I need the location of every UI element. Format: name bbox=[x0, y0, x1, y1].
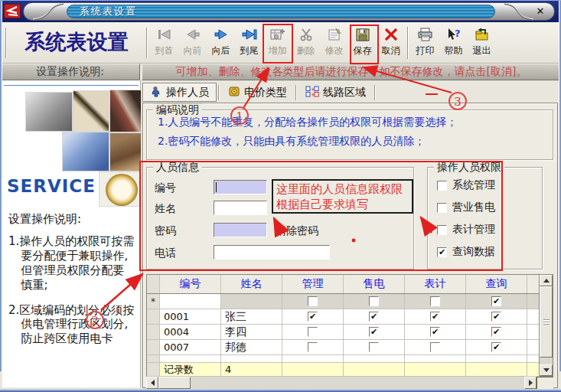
title-pill: 系统表设置 bbox=[67, 5, 495, 18]
tab-price-types[interactable]: 电价类型 bbox=[221, 83, 294, 102]
vertical-scrollbar[interactable] bbox=[539, 275, 553, 376]
window-border-left bbox=[0, 1, 2, 371]
horizontal-scroll-track[interactable] bbox=[158, 377, 524, 389]
person-info-groupbox: 人员信息 编号 姓名 密码 清除密码 电话 bbox=[146, 167, 414, 270]
operator-person-icon bbox=[150, 86, 162, 100]
column-header-id[interactable]: 编号 bbox=[160, 275, 221, 293]
scroll-up-icon bbox=[543, 279, 550, 283]
window-title: 系统表设置 bbox=[67, 5, 137, 18]
checkbox[interactable] bbox=[437, 225, 447, 235]
groupbox-title: 编码说明 bbox=[153, 103, 202, 117]
clear-password-label: 清除密码 bbox=[276, 224, 318, 238]
checkbox[interactable] bbox=[437, 181, 447, 191]
column-header-sales[interactable]: 售电 bbox=[344, 275, 405, 293]
scroll-up-button[interactable] bbox=[540, 275, 553, 286]
toolbar-button-save[interactable]: 保存 bbox=[348, 24, 377, 61]
close-button[interactable]: ✕ bbox=[534, 5, 546, 18]
column-header-name[interactable]: 姓名 bbox=[221, 275, 282, 293]
checkbox[interactable] bbox=[437, 203, 447, 213]
help-cursor-icon: ? bbox=[445, 24, 463, 44]
checkbox[interactable]: ✔ bbox=[491, 296, 501, 306]
collage-photo-pens bbox=[109, 90, 142, 132]
checkbox[interactable]: ✔ bbox=[430, 312, 440, 322]
scroll-down-button[interactable] bbox=[540, 364, 553, 376]
checkbox[interactable] bbox=[369, 296, 379, 306]
toolbar-button-print[interactable]: 打印 bbox=[411, 24, 439, 61]
checkbox[interactable]: ✔ bbox=[491, 312, 501, 322]
toolbar-button-delete[interactable]: 删除 bbox=[292, 24, 320, 61]
page-title: 系统表设置 bbox=[9, 28, 144, 56]
toolbar-button-modify[interactable]: 修改 bbox=[320, 24, 348, 61]
phone-field[interactable] bbox=[214, 245, 330, 260]
toolbar-button-cancel[interactable]: 取消 bbox=[377, 24, 405, 61]
vertical-scroll-track[interactable] bbox=[540, 286, 553, 364]
price-type-icon bbox=[228, 86, 240, 100]
titlebar-swoosh-left bbox=[30, 3, 67, 21]
horizontal-scrollbar[interactable] bbox=[146, 377, 553, 389]
permission-query[interactable]: ✔ 查询数据 bbox=[437, 245, 495, 259]
sidebar-note-1: 1.操作人员的权限可按需要分配便于兼职操作,但管理员权限分配要慎重; bbox=[8, 234, 135, 292]
password-field[interactable] bbox=[214, 223, 267, 237]
toolbar-groove bbox=[146, 28, 148, 58]
column-header-meter[interactable]: 表计 bbox=[405, 275, 466, 293]
checkbox[interactable] bbox=[308, 342, 318, 352]
record-count-label: 记录数 bbox=[160, 363, 221, 376]
table-row[interactable]: 0004 李四 ✔ ✔ ✔ bbox=[147, 325, 540, 340]
checkbox[interactable] bbox=[308, 296, 318, 306]
sidebar-note-2: 2.区域编码的划分必须按供电管理行政区划分,防止跨区使用电卡 bbox=[8, 303, 135, 347]
table-row[interactable]: 0007 邦德 ✔ bbox=[147, 340, 540, 355]
toolbar: 系统表设置 到首 向前 向后 到尾 增加 bbox=[0, 22, 561, 64]
column-header-admin[interactable]: 管理 bbox=[282, 275, 344, 293]
goto-first-icon bbox=[156, 24, 173, 44]
sidebar: SERVICE 设置操作说明: 1.操作人员的权限可按需要分配便于兼职操作,但管… bbox=[2, 80, 141, 387]
collage-photo-fabric bbox=[109, 132, 142, 172]
checkbox[interactable]: ✔ bbox=[369, 312, 379, 322]
permission-system-admin[interactable]: 系统管理 bbox=[437, 178, 495, 192]
tab-line-regions[interactable]: ++ 线路区域 bbox=[298, 83, 373, 102]
record-count-value: 4 bbox=[221, 363, 282, 376]
name-field[interactable] bbox=[214, 201, 267, 215]
toolbar-button-last[interactable]: 到尾 bbox=[235, 24, 263, 61]
sidebar-note-title: 设置操作说明: bbox=[8, 212, 135, 227]
checkbox[interactable]: ✔ bbox=[430, 327, 440, 337]
toolbar-button-exit[interactable]: 退出 bbox=[468, 24, 496, 61]
toolbar-button-add[interactable]: 增加 bbox=[263, 24, 292, 61]
scroll-right-button[interactable] bbox=[524, 377, 537, 389]
table-empty-row[interactable] bbox=[147, 355, 540, 363]
column-header-query[interactable]: 查询 bbox=[466, 275, 527, 293]
coding-note-2: 2.密码不能修改，只能由具有系统管理权限的人员清除； bbox=[147, 129, 553, 149]
grid-size-box bbox=[537, 377, 553, 389]
permission-meter[interactable]: 表计管理 bbox=[437, 223, 495, 237]
coding-notes-groupbox: 编码说明 1.人员编号不能重复，分配给各操作员的权限可根据需要选择； 2.密码不… bbox=[146, 109, 553, 160]
checkbox[interactable] bbox=[430, 342, 440, 352]
collage-photo-tools bbox=[25, 92, 73, 132]
checkbox[interactable]: ✔ bbox=[491, 342, 501, 352]
horizontal-scroll-thumb[interactable] bbox=[158, 377, 191, 389]
checkbox[interactable]: ✔ bbox=[369, 327, 379, 337]
id-field[interactable] bbox=[214, 180, 267, 194]
vertical-scroll-thumb[interactable] bbox=[540, 286, 553, 358]
checkbox[interactable]: ✔ bbox=[308, 312, 318, 322]
checkbox[interactable] bbox=[369, 342, 379, 352]
checkbox[interactable]: ✔ bbox=[491, 327, 501, 337]
svg-text:?: ? bbox=[455, 28, 461, 39]
permission-sales[interactable]: 营业售电 bbox=[437, 201, 495, 214]
pocket-watch-icon bbox=[106, 174, 138, 206]
table-row[interactable]: 0001 张三 ✔ ✔ ✔ ✔ bbox=[147, 309, 540, 325]
toolbar-button-next[interactable]: 向后 bbox=[207, 24, 235, 61]
app-logo-icon bbox=[4, 4, 21, 18]
checkbox[interactable] bbox=[308, 327, 318, 337]
toolbar-groove bbox=[5, 28, 7, 58]
table-new-row[interactable]: * ✔ bbox=[147, 294, 540, 309]
checkbox[interactable] bbox=[430, 296, 440, 306]
toolbar-button-prev[interactable]: 向前 bbox=[178, 24, 207, 61]
toolbar-button-help[interactable]: ? 帮助 bbox=[439, 24, 468, 61]
scroll-left-button[interactable] bbox=[146, 377, 158, 389]
collage-photo-keyboard bbox=[62, 132, 109, 172]
scroll-left-icon bbox=[151, 380, 155, 386]
permissions-groupbox: 操作人员权限 系统管理 营业售电 表计管理 ✔ 查询数据 bbox=[427, 167, 543, 270]
checkbox[interactable]: ✔ bbox=[437, 247, 447, 257]
toolbar-button-first[interactable]: 到首 bbox=[150, 24, 178, 61]
cancel-x-icon bbox=[383, 24, 400, 44]
tab-operators[interactable]: 操作人员 bbox=[142, 83, 217, 102]
